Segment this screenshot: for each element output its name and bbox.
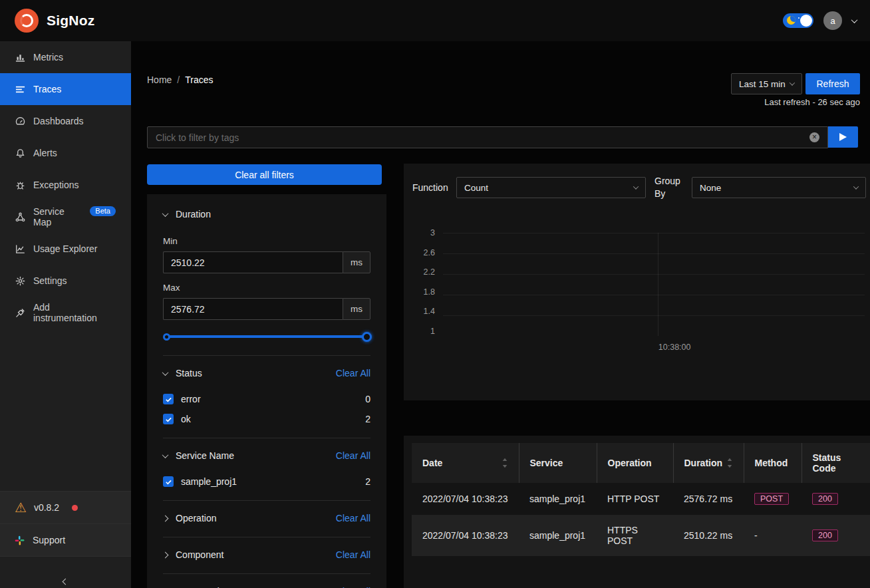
support-row[interactable]: Support	[0, 524, 131, 557]
sidebar: Metrics Traces Dashboards Alerts Excepti…	[0, 41, 131, 588]
clear-all-operation-link[interactable]: Clear All	[336, 513, 370, 523]
column-header-date[interactable]: Date	[412, 443, 519, 483]
cell-operation: HTTPS POST	[597, 515, 673, 556]
max-input-group: ms	[163, 298, 370, 320]
y-tick: 3	[412, 228, 435, 237]
divider	[163, 500, 370, 501]
checkbox-checked[interactable]	[163, 394, 174, 404]
slider-handle-max[interactable]	[362, 332, 372, 342]
y-tick: 1.8	[412, 287, 435, 297]
tag-filter-input[interactable]	[147, 126, 828, 148]
x-tick: 10:38:00	[658, 343, 691, 352]
chevron-down-icon	[633, 184, 639, 189]
beta-badge: Beta	[90, 206, 116, 216]
sidebar-item-alerts[interactable]: Alerts	[0, 137, 131, 169]
cell-service: sample_proj1	[519, 483, 597, 515]
group-by-label: Group By	[654, 175, 685, 200]
column-header-method: Method	[744, 443, 801, 483]
sidebar-item-label: Add instrumentation	[33, 302, 116, 323]
slider-handle-min[interactable]	[163, 333, 170, 341]
breadcrumb-separator: /	[177, 74, 180, 85]
play-icon	[839, 133, 847, 141]
clear-search-icon[interactable]: ×	[809, 132, 819, 142]
y-tick: 1.4	[412, 307, 435, 316]
column-label: Status Code	[813, 452, 841, 474]
topbar-right: a	[783, 11, 857, 30]
option-count: 0	[365, 394, 370, 404]
brand-name: SigNoz	[47, 13, 94, 29]
clear-all-filters-button[interactable]: Clear all filters	[147, 164, 382, 185]
user-avatar[interactable]: a	[823, 11, 842, 30]
clear-all-status-link[interactable]: Clear All	[336, 368, 370, 378]
sidebar-collapse-button[interactable]	[0, 577, 131, 587]
chevron-down-icon	[853, 184, 859, 189]
signoz-logo-icon	[15, 9, 39, 33]
sidebar-item-label: Exceptions	[33, 180, 78, 190]
update-dot-icon	[72, 505, 78, 511]
section-title: Operation	[176, 513, 216, 523]
clear-all-service-link[interactable]: Clear All	[336, 450, 370, 461]
cell-method: -	[744, 515, 801, 556]
traces-table-panel: Date Service Operation	[404, 436, 870, 588]
cell-method: POST	[744, 483, 801, 515]
column-header-duration[interactable]: Duration	[673, 443, 744, 483]
chevron-down-icon	[162, 452, 169, 458]
sidebar-item-dashboards[interactable]: Dashboards	[0, 105, 131, 137]
sidebar-item-usage-explorer[interactable]: Usage Explorer	[0, 233, 131, 265]
breadcrumb: Home / Traces	[147, 74, 214, 85]
sidebar-item-service-map[interactable]: Service Map Beta	[0, 201, 131, 233]
traces-table: Date Service Operation	[412, 443, 870, 556]
duration-max-input[interactable]	[163, 298, 343, 320]
slider-rail	[166, 335, 368, 338]
sidebar-item-exceptions[interactable]: Exceptions	[0, 169, 131, 201]
option-label: ok	[181, 414, 191, 424]
sidebar-item-label: Settings	[33, 275, 67, 286]
star-icon	[798, 17, 799, 19]
filter-section-duration[interactable]: Duration	[163, 209, 370, 220]
column-header-status-code: Status Code	[801, 443, 870, 483]
chevron-left-icon	[63, 579, 69, 585]
sidebar-item-settings[interactable]: Settings	[0, 265, 131, 297]
option-label: sample_proj1	[181, 476, 237, 487]
warning-icon: ⚠	[15, 501, 27, 514]
y-tick: 2.6	[412, 248, 435, 257]
time-range-value: Last 15 min	[739, 79, 786, 89]
filter-section-operation[interactable]: Operation Clear All	[163, 513, 370, 523]
column-header-service: Service	[519, 443, 597, 483]
cell-date: 2022/07/04 10:38:23	[412, 515, 519, 556]
min-label: Min	[163, 236, 370, 246]
checkbox-checked[interactable]	[163, 476, 174, 487]
duration-min-input[interactable]	[163, 251, 343, 273]
filter-section-component[interactable]: Component Clear All	[163, 549, 370, 560]
refresh-button[interactable]: Refresh	[805, 73, 860, 94]
filter-section-status[interactable]: Status Clear All	[163, 368, 370, 378]
sidebar-item-add-instrumentation[interactable]: Add instrumentation	[0, 297, 131, 329]
function-label: Function	[412, 182, 450, 193]
checkbox-checked[interactable]	[163, 414, 174, 424]
sidebar-item-traces[interactable]: Traces	[0, 73, 131, 105]
filters-panel: Duration Min ms Max ms Status Clear All …	[147, 194, 386, 588]
function-select[interactable]: Count	[456, 177, 646, 198]
chevron-down-icon[interactable]	[851, 17, 858, 23]
table-row[interactable]: 2022/07/04 10:38:23 sample_proj1 HTTP PO…	[412, 483, 870, 515]
dashboard-icon	[15, 116, 26, 126]
clear-all-component-link[interactable]: Clear All	[336, 549, 370, 560]
time-range-select[interactable]: Last 15 min	[731, 73, 802, 94]
line-chart-icon	[15, 243, 26, 254]
group-by-select[interactable]: None	[692, 177, 866, 198]
theme-toggle[interactable]	[783, 13, 813, 28]
bar-chart-icon	[15, 52, 26, 63]
cell-date: 2022/07/04 10:38:23	[412, 483, 519, 515]
aggregation-controls: Function Count Group By None	[404, 164, 870, 200]
cell-operation: HTTP POST	[597, 483, 673, 515]
sort-icon	[726, 457, 733, 469]
sidebar-item-metrics[interactable]: Metrics	[0, 41, 131, 73]
breadcrumb-home-link[interactable]: Home	[147, 74, 172, 85]
filter-section-service-name[interactable]: Service Name Clear All	[163, 450, 370, 461]
gear-icon	[15, 275, 26, 286]
run-query-button[interactable]	[828, 126, 858, 148]
breadcrumb-current: Traces	[185, 74, 213, 85]
moon-icon	[787, 16, 796, 25]
divider	[163, 573, 370, 574]
table-row[interactable]: 2022/07/04 10:38:23 sample_proj1 HTTPS P…	[412, 515, 870, 556]
